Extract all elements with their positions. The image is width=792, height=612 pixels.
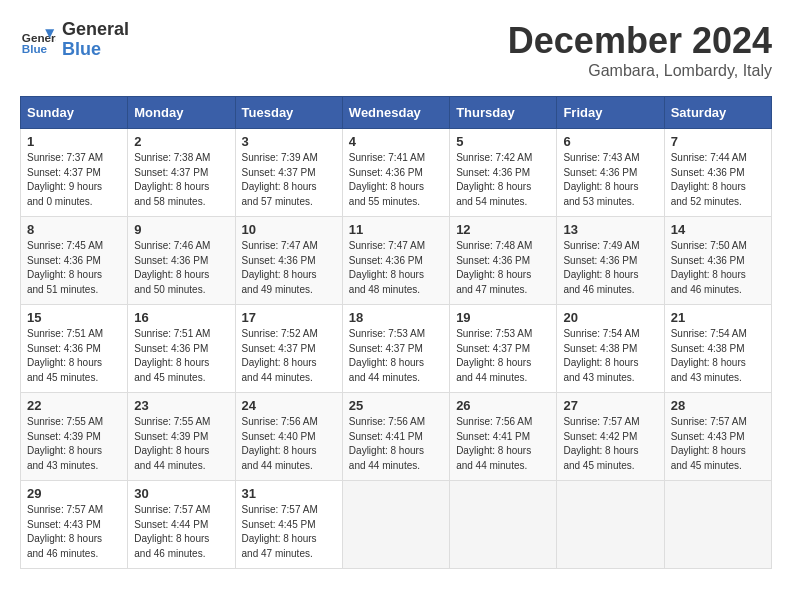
calendar-cell: 23Sunrise: 7:55 AM Sunset: 4:39 PM Dayli… [128, 393, 235, 481]
day-number: 14 [671, 222, 765, 237]
calendar-cell: 25Sunrise: 7:56 AM Sunset: 4:41 PM Dayli… [342, 393, 449, 481]
day-number: 3 [242, 134, 336, 149]
calendar-cell: 5Sunrise: 7:42 AM Sunset: 4:36 PM Daylig… [450, 129, 557, 217]
day-info: Sunrise: 7:57 AM Sunset: 4:43 PM Dayligh… [27, 503, 121, 561]
day-info: Sunrise: 7:50 AM Sunset: 4:36 PM Dayligh… [671, 239, 765, 297]
day-number: 7 [671, 134, 765, 149]
day-number: 11 [349, 222, 443, 237]
week-row-2: 8Sunrise: 7:45 AM Sunset: 4:36 PM Daylig… [21, 217, 772, 305]
weekday-header: Friday [557, 97, 664, 129]
day-info: Sunrise: 7:47 AM Sunset: 4:36 PM Dayligh… [349, 239, 443, 297]
svg-text:Blue: Blue [22, 41, 48, 54]
day-info: Sunrise: 7:54 AM Sunset: 4:38 PM Dayligh… [671, 327, 765, 385]
weekday-header: Tuesday [235, 97, 342, 129]
calendar-cell: 16Sunrise: 7:51 AM Sunset: 4:36 PM Dayli… [128, 305, 235, 393]
calendar-cell: 14Sunrise: 7:50 AM Sunset: 4:36 PM Dayli… [664, 217, 771, 305]
week-row-5: 29Sunrise: 7:57 AM Sunset: 4:43 PM Dayli… [21, 481, 772, 569]
calendar-cell: 21Sunrise: 7:54 AM Sunset: 4:38 PM Dayli… [664, 305, 771, 393]
day-number: 22 [27, 398, 121, 413]
calendar-cell [342, 481, 449, 569]
day-info: Sunrise: 7:57 AM Sunset: 4:43 PM Dayligh… [671, 415, 765, 473]
day-info: Sunrise: 7:44 AM Sunset: 4:36 PM Dayligh… [671, 151, 765, 209]
calendar-cell: 29Sunrise: 7:57 AM Sunset: 4:43 PM Dayli… [21, 481, 128, 569]
day-number: 27 [563, 398, 657, 413]
weekday-header: Thursday [450, 97, 557, 129]
calendar-cell: 9Sunrise: 7:46 AM Sunset: 4:36 PM Daylig… [128, 217, 235, 305]
day-info: Sunrise: 7:43 AM Sunset: 4:36 PM Dayligh… [563, 151, 657, 209]
day-info: Sunrise: 7:53 AM Sunset: 4:37 PM Dayligh… [349, 327, 443, 385]
day-number: 1 [27, 134, 121, 149]
calendar-cell: 7Sunrise: 7:44 AM Sunset: 4:36 PM Daylig… [664, 129, 771, 217]
weekday-header: Saturday [664, 97, 771, 129]
day-info: Sunrise: 7:51 AM Sunset: 4:36 PM Dayligh… [134, 327, 228, 385]
day-number: 2 [134, 134, 228, 149]
day-info: Sunrise: 7:56 AM Sunset: 4:41 PM Dayligh… [349, 415, 443, 473]
day-number: 15 [27, 310, 121, 325]
day-number: 29 [27, 486, 121, 501]
day-number: 20 [563, 310, 657, 325]
calendar-cell: 20Sunrise: 7:54 AM Sunset: 4:38 PM Dayli… [557, 305, 664, 393]
day-info: Sunrise: 7:54 AM Sunset: 4:38 PM Dayligh… [563, 327, 657, 385]
calendar-cell [557, 481, 664, 569]
day-number: 16 [134, 310, 228, 325]
logo-icon: General Blue [20, 22, 56, 58]
calendar-cell: 24Sunrise: 7:56 AM Sunset: 4:40 PM Dayli… [235, 393, 342, 481]
day-info: Sunrise: 7:46 AM Sunset: 4:36 PM Dayligh… [134, 239, 228, 297]
day-info: Sunrise: 7:56 AM Sunset: 4:41 PM Dayligh… [456, 415, 550, 473]
day-number: 10 [242, 222, 336, 237]
day-info: Sunrise: 7:41 AM Sunset: 4:36 PM Dayligh… [349, 151, 443, 209]
header: General Blue General Blue December 2024 … [20, 20, 772, 80]
day-number: 4 [349, 134, 443, 149]
logo: General Blue General Blue [20, 20, 129, 60]
week-row-3: 15Sunrise: 7:51 AM Sunset: 4:36 PM Dayli… [21, 305, 772, 393]
calendar-cell: 11Sunrise: 7:47 AM Sunset: 4:36 PM Dayli… [342, 217, 449, 305]
day-info: Sunrise: 7:49 AM Sunset: 4:36 PM Dayligh… [563, 239, 657, 297]
day-number: 18 [349, 310, 443, 325]
day-info: Sunrise: 7:42 AM Sunset: 4:36 PM Dayligh… [456, 151, 550, 209]
day-number: 8 [27, 222, 121, 237]
day-number: 19 [456, 310, 550, 325]
day-number: 26 [456, 398, 550, 413]
day-number: 5 [456, 134, 550, 149]
logo-line2: Blue [62, 40, 129, 60]
calendar-table: SundayMondayTuesdayWednesdayThursdayFrid… [20, 96, 772, 569]
day-number: 28 [671, 398, 765, 413]
calendar-cell: 27Sunrise: 7:57 AM Sunset: 4:42 PM Dayli… [557, 393, 664, 481]
calendar-cell [664, 481, 771, 569]
calendar-cell: 17Sunrise: 7:52 AM Sunset: 4:37 PM Dayli… [235, 305, 342, 393]
calendar-title: December 2024 [508, 20, 772, 62]
title-section: December 2024 Gambara, Lombardy, Italy [508, 20, 772, 80]
day-info: Sunrise: 7:55 AM Sunset: 4:39 PM Dayligh… [134, 415, 228, 473]
weekday-header: Monday [128, 97, 235, 129]
day-number: 23 [134, 398, 228, 413]
calendar-cell: 15Sunrise: 7:51 AM Sunset: 4:36 PM Dayli… [21, 305, 128, 393]
day-number: 6 [563, 134, 657, 149]
day-number: 24 [242, 398, 336, 413]
calendar-cell: 3Sunrise: 7:39 AM Sunset: 4:37 PM Daylig… [235, 129, 342, 217]
day-number: 12 [456, 222, 550, 237]
calendar-cell: 30Sunrise: 7:57 AM Sunset: 4:44 PM Dayli… [128, 481, 235, 569]
calendar-cell: 10Sunrise: 7:47 AM Sunset: 4:36 PM Dayli… [235, 217, 342, 305]
day-info: Sunrise: 7:48 AM Sunset: 4:36 PM Dayligh… [456, 239, 550, 297]
day-info: Sunrise: 7:47 AM Sunset: 4:36 PM Dayligh… [242, 239, 336, 297]
weekday-header: Sunday [21, 97, 128, 129]
calendar-cell: 1Sunrise: 7:37 AM Sunset: 4:37 PM Daylig… [21, 129, 128, 217]
day-number: 30 [134, 486, 228, 501]
week-row-1: 1Sunrise: 7:37 AM Sunset: 4:37 PM Daylig… [21, 129, 772, 217]
day-info: Sunrise: 7:56 AM Sunset: 4:40 PM Dayligh… [242, 415, 336, 473]
day-number: 17 [242, 310, 336, 325]
day-info: Sunrise: 7:51 AM Sunset: 4:36 PM Dayligh… [27, 327, 121, 385]
day-number: 31 [242, 486, 336, 501]
calendar-cell: 22Sunrise: 7:55 AM Sunset: 4:39 PM Dayli… [21, 393, 128, 481]
calendar-subtitle: Gambara, Lombardy, Italy [508, 62, 772, 80]
calendar-cell [450, 481, 557, 569]
week-row-4: 22Sunrise: 7:55 AM Sunset: 4:39 PM Dayli… [21, 393, 772, 481]
calendar-cell: 26Sunrise: 7:56 AM Sunset: 4:41 PM Dayli… [450, 393, 557, 481]
day-number: 9 [134, 222, 228, 237]
logo-text: General Blue [62, 20, 129, 60]
calendar-cell: 6Sunrise: 7:43 AM Sunset: 4:36 PM Daylig… [557, 129, 664, 217]
day-info: Sunrise: 7:38 AM Sunset: 4:37 PM Dayligh… [134, 151, 228, 209]
calendar-cell: 31Sunrise: 7:57 AM Sunset: 4:45 PM Dayli… [235, 481, 342, 569]
calendar-cell: 2Sunrise: 7:38 AM Sunset: 4:37 PM Daylig… [128, 129, 235, 217]
day-info: Sunrise: 7:57 AM Sunset: 4:45 PM Dayligh… [242, 503, 336, 561]
